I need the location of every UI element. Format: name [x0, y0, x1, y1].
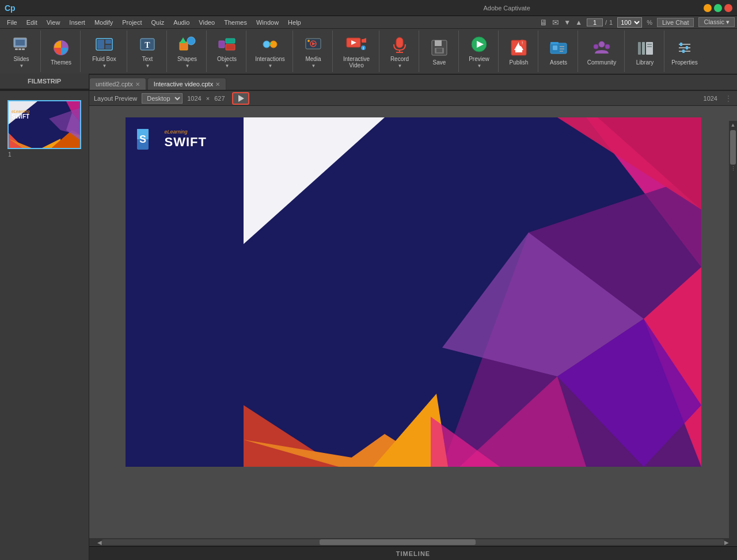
objects-label: Objects [217, 56, 237, 62]
maximize-button[interactable] [714, 4, 722, 12]
tab-untitled2[interactable]: untitled2.cptx ✕ [89, 78, 146, 90]
text-label: Text [142, 56, 153, 62]
svg-text:T: T [145, 41, 150, 49]
themes-button[interactable]: Themes [44, 32, 78, 71]
play-button[interactable] [232, 92, 249, 105]
menu-insert[interactable]: Insert [64, 18, 90, 27]
preview-group: Preview ▼ [460, 31, 499, 72]
slide-thumb-1[interactable]: eLearning SWIFT [7, 100, 81, 149]
window-controls[interactable] [704, 4, 732, 12]
window-title: Adobe Captivate [310, 5, 704, 12]
tab-interactivevideo-close[interactable]: ✕ [215, 81, 220, 87]
nav-down-icon[interactable]: ▼ [564, 18, 571, 26]
layout-select[interactable]: Desktop Tablet Mobile [142, 93, 183, 104]
svg-rect-55 [647, 46, 652, 47]
mail-icon[interactable]: ✉ [552, 18, 559, 27]
filmstrip-tab: FILMSTRIP [0, 74, 89, 90]
text-icon: T [137, 34, 158, 55]
media-button[interactable]: Media ▼ [297, 32, 330, 71]
publish-button[interactable]: ! Publish [502, 32, 535, 71]
tab-interactivevideo-label: Interactive video.cptx [154, 81, 213, 87]
classic-dropdown[interactable]: Classic ▾ [698, 17, 735, 27]
menu-video[interactable]: Video [194, 18, 219, 27]
preview-button[interactable]: Preview ▼ [462, 32, 496, 71]
tab-interactivevideo[interactable]: Interactive video.cptx ✕ [147, 78, 226, 90]
properties-button[interactable]: Properties [668, 32, 701, 71]
scroll-grip[interactable]: ⋮ [731, 166, 736, 172]
text-group: T Text ▼ [128, 31, 167, 72]
interactivevideo-label: Interactive Video [337, 56, 375, 68]
svg-point-13 [187, 37, 195, 45]
menu-file[interactable]: File [2, 18, 22, 27]
menu-modify[interactable]: Modify [90, 18, 117, 27]
svg-marker-14 [180, 37, 187, 43]
interactions-icon [260, 34, 280, 55]
canvas-toolbar: Layout Preview Desktop Tablet Mobile 102… [89, 91, 737, 106]
minimize-button[interactable] [704, 4, 712, 12]
zoom-select[interactable]: 100 75 50 150 [617, 17, 642, 28]
tab-untitled2-close[interactable]: ✕ [135, 81, 140, 87]
zoom-percent: % [647, 19, 652, 26]
shapes-button[interactable]: Shapes ▼ [170, 32, 204, 71]
scrollbar-thumb-right[interactable] [730, 130, 736, 165]
scroll-right-arrow[interactable]: ▶ [724, 539, 729, 546]
objects-button[interactable]: Objects ▼ [210, 32, 244, 71]
close-button[interactable] [724, 4, 732, 12]
svg-rect-59 [680, 43, 682, 46]
filmstrip-slides: eLearning SWIFT 1 [0, 91, 89, 162]
fluidbox-group: Fluid Box ▼ [82, 31, 127, 72]
canvas-x-sep: × [206, 95, 210, 102]
scrollbar-right[interactable]: ▲ ⋮ [729, 121, 737, 538]
svg-rect-60 [686, 46, 688, 49]
svg-rect-8 [105, 40, 111, 44]
scroll-left-arrow[interactable]: ◀ [97, 539, 102, 546]
scrollbar-h-track [102, 539, 724, 545]
community-button[interactable]: Community [582, 32, 622, 71]
slides-group: Slides ▼ [2, 31, 41, 72]
scrollbar-horizontal[interactable]: ◀ ▶ [89, 538, 737, 546]
library-button[interactable]: Library [628, 32, 662, 71]
slides-label: Slides [13, 56, 29, 62]
tab-bar: FILMSTRIP untitled2.cptx ✕ Interactive v… [0, 75, 737, 91]
assets-button[interactable]: Assets [542, 32, 575, 71]
svg-rect-3 [18, 48, 21, 50]
filmstrip-header: FILMSTRIP [28, 78, 61, 85]
record-label: Record [390, 56, 409, 62]
objects-group: Objects ▼ [208, 31, 246, 72]
page-current-input[interactable] [587, 18, 603, 26]
interactions-group: Interactions ▼ [248, 31, 293, 72]
record-button[interactable]: Record ▼ [383, 32, 416, 71]
save-button[interactable]: Save [423, 32, 456, 71]
scrollbar-h-thumb[interactable] [320, 539, 475, 545]
menu-themes[interactable]: Themes [219, 18, 252, 27]
svg-rect-17 [226, 44, 235, 50]
slide-canvas[interactable]: S eLearning SWIFT [126, 117, 701, 467]
assets-icon [548, 37, 569, 58]
assets-group: Assets [540, 31, 578, 72]
svg-rect-44 [553, 45, 557, 50]
properties-icon [674, 37, 695, 58]
live-chat-button[interactable]: Live Chat [657, 18, 694, 27]
menu-view[interactable]: View [42, 18, 65, 27]
menu-audio[interactable]: Audio [169, 18, 194, 27]
fluidbox-icon [94, 34, 115, 55]
fluidbox-button[interactable]: Fluid Box ▼ [84, 32, 124, 71]
scroll-up-arrow[interactable]: ▲ [731, 122, 736, 128]
svg-rect-54 [647, 44, 652, 45]
svg-text:SWIFT: SWIFT [12, 113, 29, 120]
properties-label: Properties [671, 59, 698, 66]
slides-button[interactable]: Slides ▼ [5, 32, 38, 71]
menu-project[interactable]: Project [117, 18, 146, 27]
logo-text: eLearning SWIFT [165, 129, 207, 150]
library-icon [635, 37, 655, 58]
menu-quiz[interactable]: Quiz [147, 18, 169, 27]
menu-help[interactable]: Help [283, 18, 306, 27]
text-button[interactable]: T Text ▼ [131, 32, 164, 71]
interactivevideo-button[interactable]: i Interactive Video [336, 32, 377, 71]
menu-edit[interactable]: Edit [22, 18, 42, 27]
svg-rect-1 [16, 40, 25, 45]
menu-window[interactable]: Window [252, 18, 283, 27]
interactions-button[interactable]: Interactions ▼ [250, 32, 290, 71]
nav-up-icon[interactable]: ▲ [575, 18, 582, 26]
themes-icon [51, 37, 71, 58]
